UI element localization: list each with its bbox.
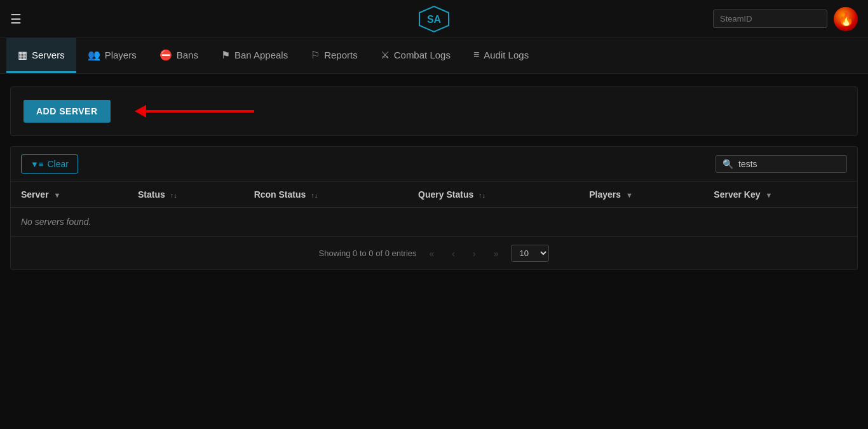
col-query-status: Query Status ↑↓ — [408, 182, 579, 208]
server-key-filter-icon[interactable]: ▼ — [765, 191, 772, 199]
server-filter-icon[interactable]: ▼ — [53, 191, 60, 199]
tab-ban-appeals[interactable]: ⚑ Ban Appeals — [210, 38, 299, 73]
logo-icon: SA — [418, 5, 450, 33]
arrow-annotation — [136, 105, 254, 118]
col-server: Server ▼ — [11, 182, 128, 208]
pagination-bar: Showing 0 to 0 of 0 entries « ‹ › » 10 2… — [11, 236, 857, 269]
logo: SA — [418, 5, 450, 33]
col-server-key: Server Key ▼ — [703, 182, 857, 208]
tab-reports[interactable]: ⚐ Reports — [299, 38, 369, 73]
add-server-section: ADD SERVER — [10, 86, 858, 136]
table-body: No servers found. — [11, 208, 857, 236]
filter-icon: ▼≡ — [31, 160, 43, 169]
search-wrapper: 🔍 — [715, 155, 847, 173]
query-sort-icon[interactable]: ↑↓ — [478, 191, 485, 199]
servers-icon: ▦ — [18, 49, 27, 61]
col-status: Status ↑↓ — [128, 182, 244, 208]
last-page-button[interactable]: » — [489, 246, 504, 261]
add-server-button[interactable]: ADD SERVER — [24, 100, 111, 123]
tab-bans[interactable]: ⛔ Bans — [148, 38, 210, 73]
prev-page-button[interactable]: ‹ — [447, 246, 460, 261]
steamid-input[interactable] — [713, 10, 827, 28]
players-icon: 👥 — [88, 49, 100, 61]
hamburger-menu[interactable]: ☰ — [10, 11, 22, 27]
nav-tabs: ▦ Servers 👥 Players ⛔ Bans ⚑ Ban Appeals… — [0, 38, 868, 74]
audit-logs-icon: ≡ — [473, 49, 479, 60]
status-sort-icon[interactable]: ↑↓ — [170, 191, 177, 199]
avatar[interactable]: 🔥 — [834, 7, 858, 31]
empty-row: No servers found. — [11, 208, 857, 236]
arrow-head — [135, 105, 146, 118]
empty-message: No servers found. — [11, 208, 857, 236]
tab-combat-logs[interactable]: ⚔ Combat Logs — [369, 38, 462, 73]
tab-audit-logs-label: Audit Logs — [484, 50, 529, 60]
reports-icon: ⚐ — [311, 49, 320, 61]
tab-ban-appeals-label: Ban Appeals — [234, 50, 288, 60]
tab-servers-label: Servers — [32, 50, 65, 60]
per-page-select[interactable]: 10 25 50 100 — [511, 245, 549, 262]
arrow-line — [146, 110, 254, 112]
top-right-controls: 🔥 — [713, 7, 858, 31]
ban-appeals-icon: ⚑ — [221, 49, 230, 61]
red-arrow — [136, 105, 254, 118]
svg-text:SA: SA — [427, 14, 442, 25]
search-icon: 🔍 — [722, 159, 733, 169]
bans-icon: ⛔ — [159, 49, 172, 61]
table-header: Server ▼ Status ↑↓ Rcon Status ↑↓ Query … — [11, 182, 857, 208]
col-players: Players ▼ — [579, 182, 703, 208]
tab-bans-label: Bans — [177, 50, 198, 60]
search-input[interactable] — [738, 159, 840, 169]
col-rcon-status: Rcon Status ↑↓ — [244, 182, 408, 208]
next-page-button[interactable]: › — [468, 246, 481, 261]
rcon-sort-icon[interactable]: ↑↓ — [311, 191, 318, 199]
filter-bar: ▼≡ Clear 🔍 — [11, 147, 857, 182]
table-section: ▼≡ Clear 🔍 Server ▼ Status ↑↓ — [10, 146, 858, 270]
tab-players-label: Players — [105, 50, 137, 60]
players-filter-icon[interactable]: ▼ — [626, 191, 633, 199]
clear-label: Clear — [47, 159, 68, 169]
table-header-row: Server ▼ Status ↑↓ Rcon Status ↑↓ Query … — [11, 182, 857, 208]
tab-players[interactable]: 👥 Players — [76, 38, 148, 73]
top-bar: ☰ SA 🔥 — [0, 0, 868, 38]
clear-filter-button[interactable]: ▼≡ Clear — [21, 154, 78, 174]
first-page-button[interactable]: « — [424, 246, 440, 261]
combat-logs-icon: ⚔ — [381, 49, 390, 61]
pagination-info: Showing 0 to 0 of 0 entries — [319, 249, 417, 258]
tab-servers[interactable]: ▦ Servers — [6, 38, 76, 73]
tab-reports-label: Reports — [324, 50, 358, 60]
main-content: ADD SERVER ▼≡ Clear 🔍 — [0, 74, 868, 283]
servers-table: Server ▼ Status ↑↓ Rcon Status ↑↓ Query … — [11, 182, 857, 236]
tab-audit-logs[interactable]: ≡ Audit Logs — [462, 38, 540, 73]
tab-combat-logs-label: Combat Logs — [394, 50, 451, 60]
